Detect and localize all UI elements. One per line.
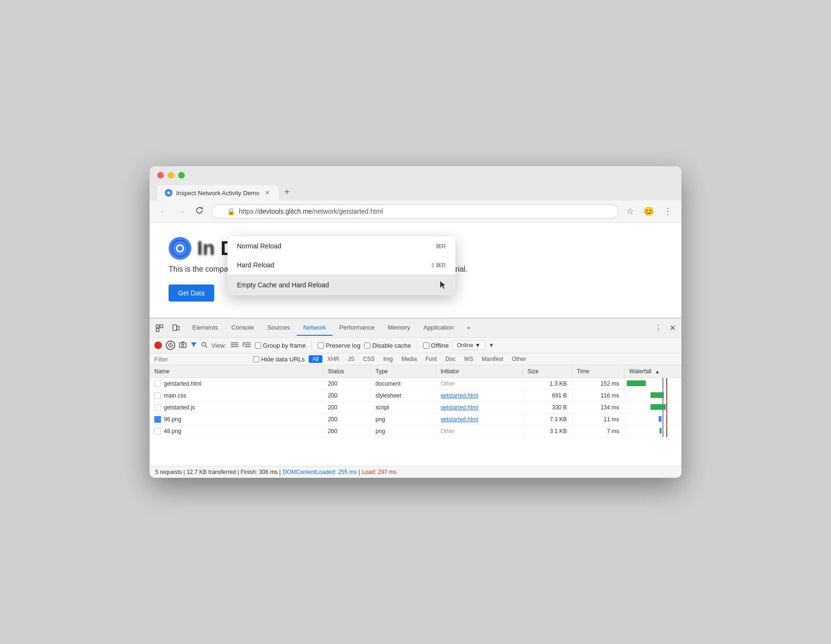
col-header-size[interactable]: Size [522, 365, 572, 378]
table-row[interactable]: getstarted.js 200scriptgetstarted.html33… [150, 402, 681, 414]
table-row[interactable]: 96.png 200pnggetstarted.html7.3 KB11 ms [150, 414, 681, 426]
file-icon [154, 392, 161, 399]
url-protocol: https:// [239, 208, 259, 215]
col-header-status[interactable]: Status [323, 365, 370, 378]
cell-waterfall [624, 390, 681, 402]
hard-reload-item[interactable]: Hard Reload ⇧⌘R [227, 256, 455, 275]
maximize-traffic-light[interactable] [178, 172, 185, 179]
hide-data-urls-checkbox[interactable]: Hide data URLs [253, 356, 305, 363]
dom-loaded-link[interactable]: DOMContentLoaded: 255 ms [283, 469, 357, 475]
inspect-element-button[interactable] [153, 322, 166, 334]
tab-memory[interactable]: Memory [381, 320, 417, 336]
col-header-time[interactable]: Time [572, 365, 624, 378]
forward-button[interactable]: → [175, 205, 188, 218]
table-header-row: Name Status Type Initiator Size Time Wat… [150, 365, 681, 378]
filter-manifest-button[interactable]: Manifest [478, 355, 507, 363]
initiator-link[interactable]: getstarted.html [441, 404, 478, 411]
tab-console[interactable]: Console [225, 320, 261, 336]
cell-initiator: Other [435, 426, 522, 437]
tab-close-button[interactable]: ✕ [264, 189, 271, 197]
tab-sources[interactable]: Sources [261, 320, 297, 336]
cell-type: stylesheet [370, 390, 435, 402]
disable-cache-checkbox[interactable]: Disable cache [364, 342, 411, 349]
col-header-type[interactable]: Type [370, 365, 435, 378]
tab-application[interactable]: Application [417, 320, 461, 336]
filter-ws-button[interactable]: WS [460, 355, 477, 363]
active-tab[interactable]: Inspect Network Activity Demo ✕ [157, 185, 279, 200]
table-row[interactable]: getstarted.html 200documentOther1.3 KB15… [150, 378, 681, 390]
screenshot-button[interactable] [179, 341, 187, 350]
tab-elements[interactable]: Elements [186, 320, 225, 336]
waterfall-red-line [666, 390, 667, 401]
filter-all-button[interactable]: All [309, 355, 322, 363]
minimize-traffic-light[interactable] [168, 172, 174, 179]
filter-button[interactable] [190, 341, 197, 350]
svg-point-2 [172, 240, 188, 256]
filter-img-button[interactable]: Img [379, 355, 397, 363]
cell-time: 11 ms [572, 414, 624, 426]
col-header-name[interactable]: Name [150, 365, 323, 378]
offline-checkbox[interactable]: Offline [423, 342, 449, 349]
device-toolbar-button[interactable] [170, 322, 182, 334]
svg-rect-6 [156, 329, 159, 331]
filter-other-button[interactable]: Other [508, 355, 530, 363]
svg-rect-8 [177, 326, 179, 330]
empty-cache-reload-item[interactable]: Empty Cache and Hard Reload [227, 275, 455, 295]
cell-initiator[interactable]: getstarted.html [435, 402, 522, 414]
cell-name: main.css [154, 392, 318, 399]
filter-input[interactable] [154, 356, 249, 363]
svg-point-13 [202, 342, 206, 346]
preserve-log-checkbox[interactable]: Preserve log [318, 342, 360, 349]
waterfall-red-line [666, 402, 667, 413]
list-view-button[interactable] [230, 341, 239, 350]
bookmark-button[interactable]: ☆ [624, 204, 636, 218]
tab-title: Inspect Network Activity Demo [176, 189, 260, 197]
search-button[interactable] [201, 341, 208, 350]
online-select[interactable]: Online ▼ [453, 341, 485, 350]
col-header-initiator[interactable]: Initiator [435, 365, 522, 378]
filter-js-button[interactable]: JS [344, 355, 358, 363]
cell-waterfall [624, 402, 681, 414]
new-tab-button[interactable]: + [279, 183, 296, 200]
group-by-frame-checkbox[interactable]: Group by frame [255, 342, 306, 349]
waterfall-blue-line [662, 426, 663, 437]
load-link[interactable]: Load: 297 ms [362, 469, 397, 475]
initiator-link[interactable]: getstarted.html [441, 416, 478, 423]
stop-recording-button[interactable] [166, 341, 175, 350]
devtools-more-button[interactable]: ⋮ [652, 322, 664, 334]
waterfall-bar [659, 416, 661, 422]
devtools-close-button[interactable]: ✕ [668, 322, 678, 334]
cell-size: 330 B [522, 402, 572, 414]
toolbar-divider-2 [417, 341, 417, 350]
table-row[interactable]: 48.png 200pngOther3.1 KB7 ms [150, 426, 681, 437]
tab-network[interactable]: Network [297, 320, 333, 336]
more-options-button[interactable]: ⋮ [661, 204, 674, 218]
filter-font-button[interactable]: Font [422, 355, 441, 363]
initiator-link[interactable]: getstarted.html [441, 392, 478, 399]
close-traffic-light[interactable] [157, 172, 164, 179]
normal-reload-item[interactable]: Normal Reload ⌘R [227, 237, 455, 256]
table-row[interactable]: main.css 200stylesheetgetstarted.html691… [150, 390, 681, 402]
toolbar-divider [312, 341, 312, 350]
cell-name: 48.png [154, 428, 318, 435]
back-button[interactable]: ← [157, 205, 170, 218]
tab-performance[interactable]: Performance [332, 320, 381, 336]
profile-button[interactable]: 😊 [642, 204, 656, 218]
reload-button[interactable] [193, 204, 206, 218]
url-bar[interactable]: 🔒 https://devtools.glitch.me/network/get… [211, 204, 619, 218]
svg-rect-5 [160, 325, 163, 328]
throttle-dropdown-button[interactable]: ▼ [489, 342, 494, 349]
cell-initiator[interactable]: getstarted.html [435, 414, 522, 426]
tab-more[interactable]: » [460, 320, 477, 336]
filter-doc-button[interactable]: Doc [442, 355, 459, 363]
filter-xhr-button[interactable]: XHR [323, 355, 343, 363]
cell-initiator[interactable]: getstarted.html [435, 390, 522, 402]
col-header-waterfall[interactable]: Waterfall ▲ [624, 365, 681, 378]
get-data-button[interactable]: Get Data [169, 284, 214, 302]
record-button[interactable] [154, 341, 162, 349]
cell-status: 200 [323, 378, 370, 390]
filter-css-button[interactable]: CSS [359, 355, 378, 363]
filter-media-button[interactable]: Media [397, 355, 421, 363]
cell-status: 200 [323, 426, 370, 437]
tree-view-button[interactable] [243, 341, 251, 350]
